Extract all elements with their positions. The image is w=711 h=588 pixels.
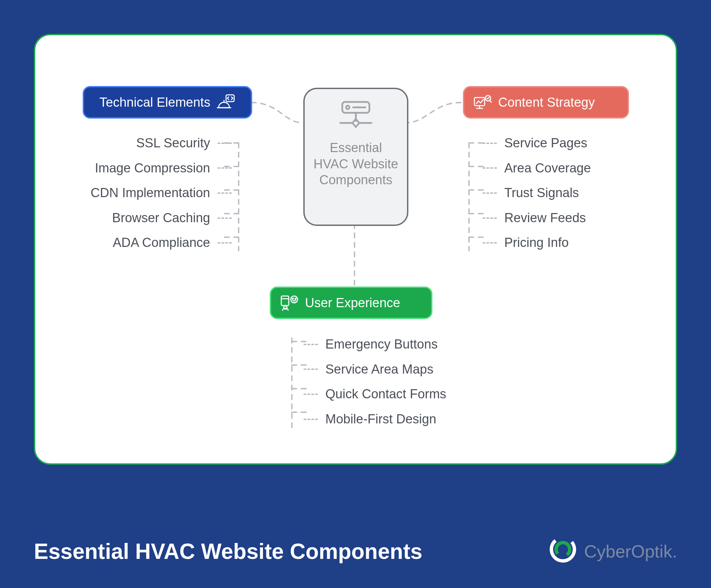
item-label: Service Pages (504, 135, 587, 151)
brand-name: CyberOptik. (584, 541, 677, 562)
svg-rect-15 (281, 296, 289, 306)
item-label: Emergency Buttons (325, 337, 438, 352)
list-item: ADA Compliance (83, 235, 232, 251)
list-item: Service Pages (483, 135, 652, 151)
list-item: Quick Contact Forms (304, 386, 514, 402)
item-label: Quick Contact Forms (325, 386, 446, 402)
connector-stub (483, 192, 497, 194)
list-item: Mobile-First Design (304, 412, 514, 427)
connector-stub (304, 344, 318, 345)
category-ux: User Experience (270, 287, 432, 319)
category-technical-label: Technical Elements (99, 95, 210, 110)
category-content: Content Strategy (463, 86, 629, 119)
connector-stub (304, 394, 318, 395)
list-item: Trust Signals (483, 185, 652, 201)
category-content-label: Content Strategy (498, 95, 595, 110)
item-label: Trust Signals (504, 185, 579, 201)
item-label: Image Compression (95, 161, 210, 176)
item-label: Mobile-First Design (325, 412, 436, 427)
connector-stub (218, 217, 232, 219)
item-label: Browser Caching (112, 210, 210, 226)
connector-stub (483, 217, 497, 219)
ux-items: Emergency Buttons Service Area Maps Quic… (304, 337, 514, 427)
list-item: SSL Security (83, 135, 232, 151)
svg-line-14 (490, 100, 491, 102)
footer: Essential HVAC Website Components CyberO… (34, 535, 677, 568)
svg-point-19 (292, 298, 293, 299)
technical-items: SSL Security Image Compression CDN Imple… (83, 135, 232, 251)
item-label: SSL Security (136, 135, 210, 151)
list-item: Pricing Info (483, 235, 652, 251)
server-network-icon (336, 99, 376, 134)
item-label: CDN Implementation (90, 185, 210, 201)
diagram-canvas: Essential HVAC Website Components Techni… (34, 34, 677, 465)
connector-stub (483, 167, 497, 169)
svg-point-1 (346, 106, 349, 109)
connector-stub (483, 143, 497, 144)
item-label: Review Feeds (504, 210, 586, 226)
connector-stub (483, 242, 497, 244)
list-item: Emergency Buttons (304, 337, 514, 352)
item-label: ADA Compliance (113, 235, 210, 251)
item-label: Area Coverage (504, 161, 591, 176)
page-title: Essential HVAC Website Components (34, 539, 422, 565)
code-hardhat-icon (217, 94, 236, 110)
list-item: Service Area Maps (304, 362, 514, 377)
list-item: Review Feeds (483, 210, 652, 226)
category-technical: Technical Elements (83, 86, 252, 119)
svg-point-18 (291, 296, 298, 303)
connector-stub (304, 419, 318, 420)
list-item: CDN Implementation (83, 185, 232, 201)
center-node: Essential HVAC Website Components (303, 88, 408, 226)
svg-point-22 (553, 540, 572, 559)
user-engagement-icon (280, 295, 299, 311)
list-item: Area Coverage (483, 161, 652, 176)
connector-stub (218, 192, 232, 194)
brand-logo: CyberOptik. (549, 535, 677, 568)
list-item: Browser Caching (83, 210, 232, 226)
center-node-label: Essential HVAC Website Components (313, 140, 399, 188)
category-ux-label: User Experience (305, 296, 400, 310)
item-label: Pricing Info (504, 235, 569, 251)
svg-marker-4 (352, 119, 359, 127)
brand-mark-icon (549, 535, 577, 568)
content-items: Service Pages Area Coverage Trust Signal… (483, 135, 652, 251)
list-item: Image Compression (83, 161, 232, 176)
item-label: Service Area Maps (325, 362, 433, 377)
connector-stub (218, 167, 232, 169)
presentation-insight-icon (473, 94, 492, 110)
connector-stub (218, 242, 232, 244)
connector-stub (304, 369, 318, 370)
connector-stub (218, 143, 232, 144)
svg-point-21 (549, 535, 577, 564)
svg-point-20 (295, 298, 296, 299)
